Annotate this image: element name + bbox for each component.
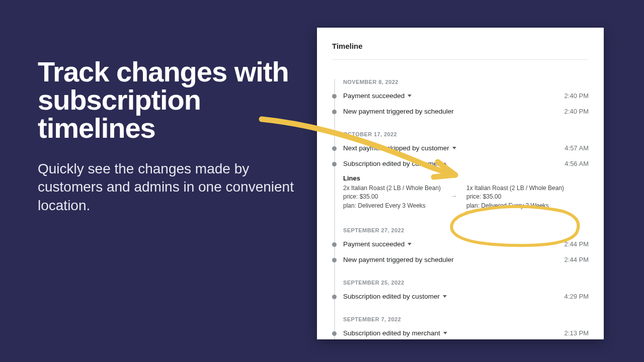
- timeline-event[interactable]: Subscription edited by merchant2:13 PM: [343, 325, 589, 339]
- event-time: 2:13 PM: [565, 329, 589, 337]
- timeline-event[interactable]: Payment succeeded2:40 PM: [343, 88, 589, 104]
- event-time: 2:40 PM: [565, 108, 589, 115]
- timeline-event[interactable]: Subscription edited by customer4:29 PM: [343, 289, 589, 304]
- date-heading: SEPTEMBER 27, 2022: [343, 227, 589, 233]
- event-label: New payment triggered by scheduler: [343, 256, 454, 263]
- event-time: 2:44 PM: [565, 240, 589, 248]
- details-after: 1x Italian Roast (2 LB / Whole Bean)pric…: [466, 184, 572, 210]
- event-time: 4:56 AM: [565, 160, 589, 167]
- timeline-rail: [334, 79, 335, 339]
- timeline-event[interactable]: Next payment skipped by customer4:57 AM: [343, 140, 589, 156]
- event-label: Subscription edited by customer: [343, 160, 447, 167]
- event-dot-icon: [332, 295, 337, 299]
- event-time: 4:57 AM: [565, 144, 589, 152]
- event-dot-icon: [332, 331, 337, 336]
- hero-subheading: Quickly see the changes made by customer…: [38, 160, 299, 215]
- event-label: Subscription edited by merchant: [343, 329, 447, 337]
- event-dot-icon: [332, 258, 337, 262]
- event-time: 4:29 PM: [565, 293, 589, 300]
- details-title: Lines: [343, 174, 589, 182]
- event-label: Subscription edited by customer: [343, 293, 447, 300]
- date-heading: SEPTEMBER 25, 2022: [343, 280, 589, 286]
- timeline-event: New payment triggered by scheduler2:40 P…: [343, 104, 589, 119]
- caret-down-icon: [408, 243, 412, 245]
- event-details: Lines2x Italian Roast (2 LB / Whole Bean…: [343, 171, 589, 215]
- timeline-event: New payment triggered by scheduler2:44 P…: [343, 252, 589, 267]
- date-heading: NOVEMBER 8, 2022: [343, 79, 589, 85]
- caret-down-icon: [408, 95, 412, 97]
- event-dot-icon: [332, 242, 337, 247]
- event-time: 2:40 PM: [565, 92, 589, 100]
- timeline: NOVEMBER 8, 2022Payment succeeded2:40 PM…: [332, 79, 589, 339]
- hero-heading: Track changes with subscription timeline…: [38, 58, 299, 142]
- timeline-event[interactable]: Payment succeeded2:44 PM: [343, 236, 589, 252]
- event-label: Next payment skipped by customer: [343, 144, 456, 152]
- caret-down-icon: [443, 332, 447, 334]
- arrow-right-icon: →: [450, 184, 457, 201]
- event-label: Payment succeeded: [343, 240, 412, 248]
- caret-up-icon: [443, 162, 447, 165]
- timeline-card: Timeline NOVEMBER 8, 2022Payment succeed…: [317, 28, 604, 339]
- details-before: 2x Italian Roast (2 LB / Whole Bean)pric…: [343, 184, 441, 210]
- details-columns: 2x Italian Roast (2 LB / Whole Bean)pric…: [343, 184, 589, 210]
- date-heading: OCTOBER 17, 2022: [343, 131, 589, 137]
- event-label: New payment triggered by scheduler: [343, 108, 454, 115]
- caret-down-icon: [452, 147, 456, 149]
- event-time: 2:44 PM: [565, 256, 589, 263]
- hero-text: Track changes with subscription timeline…: [38, 58, 299, 215]
- timeline-event[interactable]: Subscription edited by customer4:56 AM: [343, 156, 589, 171]
- date-heading: SEPTEMBER 7, 2022: [343, 316, 589, 322]
- event-label: Payment succeeded: [343, 92, 412, 100]
- card-title: Timeline: [332, 42, 589, 60]
- event-dot-icon: [332, 146, 337, 151]
- event-dot-icon: [332, 110, 337, 114]
- caret-down-icon: [443, 295, 447, 298]
- event-dot-icon: [332, 162, 337, 166]
- event-dot-icon: [332, 94, 337, 99]
